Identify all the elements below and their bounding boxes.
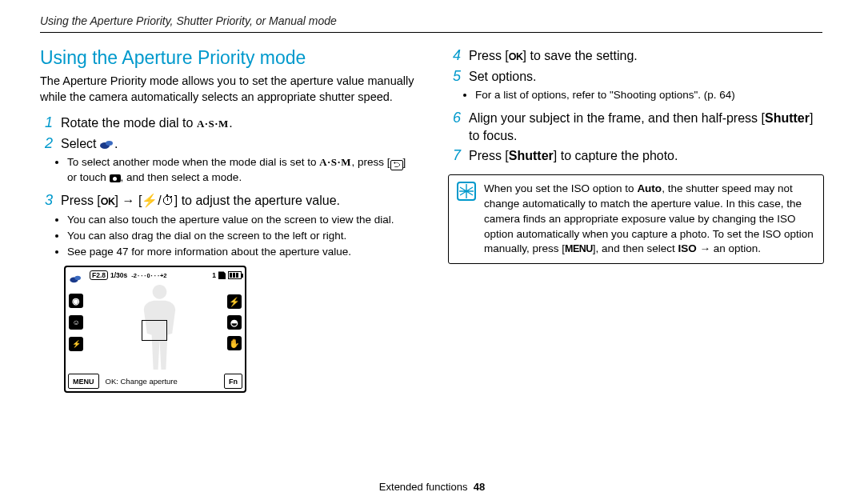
battery-icon [228,271,242,279]
step-3-text: ] to adjust the aperture value. [174,194,340,207]
step-1-text-pre: Rotate the mode dial to [61,116,197,130]
shot-count: 1 [212,271,216,279]
footer-label: Extended functions [379,481,468,493]
step-2: 2 Select . [40,135,416,153]
note-icon [457,182,476,201]
f-value: F2.8 [90,270,108,280]
timer-icon: ⏱ [162,194,174,207]
camera-screen-preview: F2.8 1/30s -2· · ·0· · ·+2 1 ◉ ☺ ⚡ [64,266,246,393]
intro-paragraph: The Aperture Priority mode allows you to… [40,74,416,105]
step-3-sub: You can also touch the aperture value on… [67,213,416,228]
step-number: 5 [448,68,461,86]
back-icon: ⮌ [390,160,403,170]
step-number: 4 [448,47,461,65]
step-7: 7 Press [Shutter] to capture the photo. [448,147,824,165]
sd-card-icon [218,271,226,279]
step-6-text: Align your subject in the frame, and the… [469,111,765,125]
step-5-text: Set options. [469,68,824,86]
step-3-sub: You can also drag the dial on the screen… [67,229,416,244]
stabilize-icon: ✋ [227,336,242,350]
mode-icon: ◓ [227,315,242,330]
ok-button-label: OK [509,51,523,62]
step-1: 1 Rotate the mode dial to A·S·M. [40,114,416,132]
screen-hint: OK: Change aperture [102,374,222,389]
sub-text: , and then select a mode. [121,171,242,183]
step-number: 3 [40,192,53,210]
sub-text: To select another mode when the mode dia… [67,156,319,168]
shutter-label: Shutter [509,149,554,162]
step-number: 6 [448,110,461,144]
step-2-text-post: . [114,137,118,150]
menu-label: MENU [565,243,593,254]
ev-scale: -2· · ·0· · ·+2 [131,272,166,279]
step-number: 2 [40,135,53,153]
page-footer: Extended functions 48 [0,481,864,493]
step-number: 1 [40,114,53,132]
camera-icon [110,174,121,182]
note-box: When you set the ISO option to Auto, the… [448,174,824,264]
camera-icon: ◉ [69,294,83,308]
step-5: 5 Set options. [448,68,824,86]
shutter-value: 1/30s [110,271,127,279]
step-7-text: ] to capture the photo. [554,149,678,162]
flash-off-icon: ⚡ [69,337,83,351]
asm-label: A·S·M [319,156,351,168]
flash-icon: ⚡ [142,194,158,207]
flash-icon: ⚡ [227,294,242,309]
menu-button: MENU [68,374,99,389]
step-1-text-post: . [229,116,232,130]
ok-button-label: OK [101,196,115,207]
shutter-label: Shutter [765,111,810,125]
aperture-mode-icon [100,141,114,150]
step-3: 3 Press [OK] → [⚡/⏱] to adjust the apert… [40,192,416,210]
step-2-sub: To select another mode when the mode dia… [67,155,416,186]
step-4-text: ] to save the setting. [523,49,638,62]
sub-text: , press [ [352,156,390,168]
step-2-text-pre: Select [61,137,100,150]
step-3-text: ] → [ [115,194,142,207]
step-7-text: Press [ [469,149,509,162]
breadcrumb: Using the Aperture Priority, Shutter Pri… [40,14,824,27]
step-3-sub: See page 47 for more information about t… [67,245,416,260]
asm-label: A·S·M [197,118,229,130]
divider-rule [40,32,822,33]
step-4: 4 Press [OK] to save the setting. [448,47,824,65]
note-text: When you set the ISO option to Auto, the… [484,182,815,257]
step-4-text: Press [ [469,49,509,62]
section-title: Using the Aperture Priority mode [40,47,416,69]
focus-rectangle [142,320,167,341]
step-number: 7 [448,147,461,165]
step-5-sub: For a list of options, refer to "Shootin… [475,88,824,103]
fn-button: Fn [224,374,242,389]
mode-icon [69,272,83,286]
face-icon: ☺ [69,315,83,330]
step-3-text: Press [ [61,194,101,207]
step-6: 6 Align your subject in the frame, and t… [448,110,824,144]
page-number: 48 [474,481,485,493]
